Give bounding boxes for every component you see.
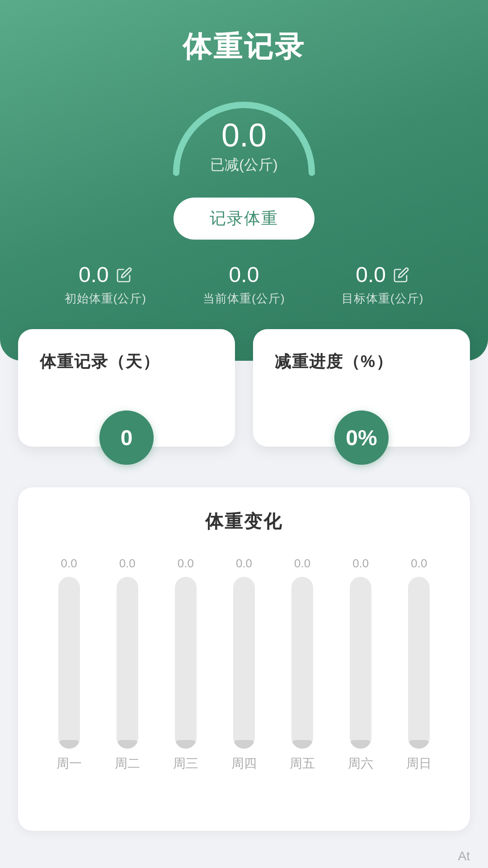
gauge-value-container: 0.0 已减(公斤) xyxy=(210,119,277,175)
edit-initial-icon[interactable] xyxy=(116,267,132,283)
days-badge: 0 xyxy=(99,410,154,465)
bar-day-3: 周四 xyxy=(231,755,257,772)
bar-fill-2 xyxy=(175,740,197,749)
bar-fill-4 xyxy=(291,740,313,749)
stat-target-top: 0.0 xyxy=(356,262,409,287)
bar-value-5: 0.0 xyxy=(352,557,369,571)
stat-current-top: 0.0 xyxy=(229,262,259,287)
bar-track-0 xyxy=(58,577,80,749)
chart-card: 体重变化 0.0 周一 0.0 周二 0.0 周三 0.0 xyxy=(18,487,470,831)
page-title: 体重记录 xyxy=(183,27,305,66)
bar-column-0: 0.0 周一 xyxy=(40,557,98,772)
bar-value-0: 0.0 xyxy=(61,557,77,571)
bar-day-1: 周二 xyxy=(115,755,140,772)
bar-track-6 xyxy=(408,577,430,749)
gauge-value: 0.0 xyxy=(221,119,267,151)
days-card-title: 体重记录（天） xyxy=(40,351,160,373)
stat-target-weight: 0.0 目标体重(公斤) xyxy=(342,262,423,307)
app-container: 体重记录 0.0 已减(公斤) 记录体重 0.0 xyxy=(0,0,488,868)
bottom-text: At xyxy=(458,849,470,863)
gauge-container: 0.0 已减(公斤) xyxy=(163,89,325,179)
bar-column-4: 0.0 周五 xyxy=(273,557,332,772)
stat-initial-weight: 0.0 初始体重(公斤) xyxy=(65,262,146,307)
target-weight-value: 0.0 xyxy=(356,262,386,287)
bar-day-4: 周五 xyxy=(290,755,315,772)
bar-track-2 xyxy=(175,577,197,749)
bar-track-3 xyxy=(233,577,255,749)
initial-weight-value: 0.0 xyxy=(79,262,109,287)
bar-column-1: 0.0 周二 xyxy=(98,557,156,772)
days-card: 体重记录（天） 0 xyxy=(18,329,235,447)
current-weight-value: 0.0 xyxy=(229,262,259,287)
bar-value-2: 0.0 xyxy=(178,557,194,571)
bar-track-5 xyxy=(350,577,371,749)
bar-day-0: 周一 xyxy=(56,755,82,772)
initial-weight-label: 初始体重(公斤) xyxy=(65,291,146,307)
bar-value-1: 0.0 xyxy=(119,557,136,571)
bar-fill-6 xyxy=(408,740,430,749)
header-card: 体重记录 0.0 已减(公斤) 记录体重 0.0 xyxy=(0,0,488,361)
gauge-label: 已减(公斤) xyxy=(210,155,277,175)
bar-column-3: 0.0 周四 xyxy=(215,557,273,772)
bar-track-1 xyxy=(117,577,138,749)
bar-value-3: 0.0 xyxy=(236,557,252,571)
chart-section: 体重变化 0.0 周一 0.0 周二 0.0 周三 0.0 xyxy=(0,487,488,831)
bottom-area: At xyxy=(0,831,488,868)
bar-column-5: 0.0 周六 xyxy=(332,557,390,772)
chart-bars-area: 0.0 周一 0.0 周二 0.0 周三 0.0 周四 0.0 xyxy=(40,557,448,804)
edit-target-icon[interactable] xyxy=(393,267,409,283)
progress-badge: 0% xyxy=(334,410,389,465)
progress-card: 减重进度（%） 0% xyxy=(253,329,470,447)
stats-row: 0.0 初始体重(公斤) 0.0 当前体重(公斤) 0.0 xyxy=(27,262,461,307)
target-weight-label: 目标体重(公斤) xyxy=(342,291,423,307)
stat-current-weight: 0.0 当前体重(公斤) xyxy=(203,262,285,307)
progress-card-title: 减重进度（%） xyxy=(275,351,393,373)
record-weight-button[interactable]: 记录体重 xyxy=(174,198,314,240)
cards-row: 体重记录（天） 0 减重进度（%） 0% xyxy=(0,329,488,447)
current-weight-label: 当前体重(公斤) xyxy=(203,291,285,307)
bar-fill-3 xyxy=(233,740,255,749)
stat-initial-top: 0.0 xyxy=(79,262,132,287)
bar-value-4: 0.0 xyxy=(294,557,310,571)
bar-day-5: 周六 xyxy=(348,755,373,772)
bar-day-6: 周日 xyxy=(406,755,432,772)
bar-fill-5 xyxy=(350,740,371,749)
bar-fill-1 xyxy=(117,740,138,749)
bar-fill-0 xyxy=(58,740,80,749)
chart-title: 体重变化 xyxy=(40,509,448,534)
bar-day-2: 周三 xyxy=(173,755,198,772)
bar-track-4 xyxy=(291,577,313,749)
bar-column-6: 0.0 周日 xyxy=(390,557,448,772)
bar-value-6: 0.0 xyxy=(411,557,427,571)
bar-column-2: 0.0 周三 xyxy=(156,557,215,772)
